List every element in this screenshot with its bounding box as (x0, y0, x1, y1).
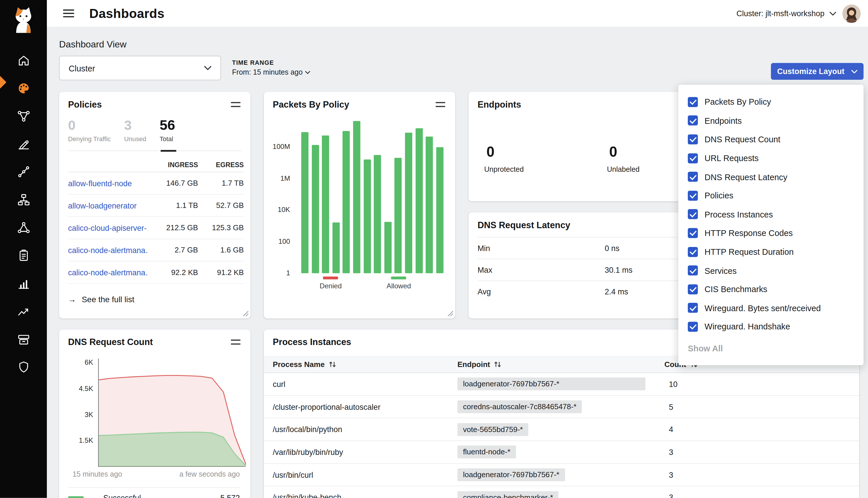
checkbox-icon[interactable] (688, 153, 698, 163)
policy-name-link[interactable]: calico-node-alertmana… (68, 268, 148, 277)
checkbox-icon[interactable] (688, 191, 698, 201)
sidebar-item-service-graph[interactable] (16, 109, 30, 123)
process-count: 10 (655, 380, 677, 389)
policy-name-link[interactable]: calico-cloud-apiserver-… (68, 223, 148, 232)
policies-tab-denying-traffic[interactable]: 0 Denying Traffic (68, 117, 111, 151)
stat-value: 0 (487, 143, 524, 161)
sidebar-item-dashboards[interactable] (16, 81, 30, 95)
policy-egress-value: 125.3 GB (198, 224, 244, 232)
y-axis-tick-label: 1 (286, 268, 290, 278)
sidebar-item-home[interactable] (16, 53, 30, 67)
drag-handle-icon[interactable] (231, 102, 241, 107)
checkbox-icon[interactable] (688, 322, 698, 332)
customize-menu-item[interactable]: Packets By Policy (678, 93, 863, 112)
legend-item-allowed[interactable]: Allowed (387, 276, 411, 290)
customize-menu-items: Packets By PolicyEndpointsDNS Request Co… (678, 93, 863, 336)
customize-menu-item[interactable]: DNS Request Latency (678, 168, 863, 186)
dns-legend-row-successful[interactable]: Successful 5,572 (68, 487, 240, 498)
stat-value: 56 (160, 118, 175, 133)
customize-menu-item[interactable]: URL Requests (678, 149, 863, 168)
checkbox-icon[interactable] (688, 97, 698, 107)
customize-menu-item[interactable]: HTTP Response Codes (678, 224, 863, 243)
latency-label: Avg (477, 287, 491, 296)
column-header-endpoint[interactable]: Endpoint (457, 360, 655, 368)
resize-handle-icon[interactable] (243, 311, 249, 317)
packets-by-policy-card: Packets By Policy 100M1M10K1001 Denied A… (264, 92, 455, 318)
cluster-selector[interactable]: Cluster: jlt-msft-workshop (736, 9, 836, 18)
menu-toggle-button[interactable] (63, 9, 74, 18)
policy-row: allow-fluentd-node146.7 GB1.7 TB (68, 172, 244, 195)
dashboard-view-select[interactable]: Cluster (59, 56, 221, 80)
process-count: 5 (655, 402, 673, 411)
customize-menu-item[interactable]: CIS Benchmarks (678, 280, 863, 299)
stat-value: 3 (124, 118, 146, 133)
stat-value: 0 (609, 143, 639, 161)
customize-menu-item[interactable]: HTTP Request Duration (678, 243, 863, 261)
y-axis-tick-label: 4.5K (79, 384, 93, 393)
home-icon (16, 53, 30, 67)
endpoints-unprotected-stat[interactable]: 0 Unprotected (484, 143, 524, 173)
endpoint-chip[interactable]: loadgenerator-7697bb7567-* (457, 378, 646, 390)
endpoint-chip[interactable]: loadgenerator-7697bb7567-* (457, 469, 565, 481)
sidebar-item-compliance[interactable] (16, 249, 30, 263)
drag-handle-icon[interactable] (436, 102, 445, 107)
sidebar-item-policies[interactable] (16, 137, 30, 151)
customize-menu-item[interactable]: Process Instances (678, 205, 863, 224)
policy-name-link[interactable]: calico-node-alertmana… (68, 246, 148, 254)
process-name: /cluster-proportional-autoscaler (264, 402, 457, 411)
sidebar-item-timeline[interactable] (16, 304, 30, 318)
policy-name-link[interactable]: allow-fluentd-node (68, 179, 148, 188)
show-all-link[interactable]: Show All (678, 336, 863, 353)
packets-bar (322, 135, 329, 273)
sidebar-item-activity[interactable] (16, 276, 30, 290)
customize-menu-item[interactable]: Wireguard. Bytes sent/received (678, 299, 863, 317)
customize-menu-item[interactable]: Endpoints (678, 112, 863, 130)
endpoint-chip[interactable]: compliance-benchmarker-* (457, 491, 559, 498)
time-range-control[interactable]: TIME RANGE From: 15 minutes ago (232, 59, 310, 76)
policies-tab-unused[interactable]: 3 Unused (124, 117, 146, 151)
policy-ingress-value: 92.2 KB (148, 268, 198, 276)
process-row: /usr/bin/curlloadgenerator-7697bb7567-*3 (264, 464, 859, 486)
customize-menu-item[interactable]: Policies (678, 186, 863, 205)
column-header-label: Endpoint (457, 360, 490, 368)
sidebar-item-clusters[interactable] (16, 221, 30, 235)
sidebar-item-threat-defense[interactable] (16, 361, 30, 374)
customize-menu-item[interactable]: Wireguard. Handshake (678, 317, 863, 336)
sidebar-item-image-assurance[interactable] (16, 332, 30, 346)
process-table-body: curlloadgenerator-7697bb7567-*10/cluster… (264, 373, 859, 498)
see-full-list-link[interactable]: → See the full list (68, 295, 134, 304)
dashboards-palette-icon (16, 81, 30, 95)
policies-tab-total[interactable]: 56 Total (160, 117, 175, 151)
checkbox-icon[interactable] (688, 265, 698, 276)
column-header-process-name[interactable]: Process Name (264, 360, 457, 368)
sort-icon (494, 361, 502, 368)
endpoint-chip[interactable]: fluentd-node-* (457, 446, 516, 458)
customize-layout-button[interactable]: Customize Layout (771, 63, 864, 80)
checkbox-icon[interactable] (688, 116, 698, 126)
checkbox-icon[interactable] (688, 284, 698, 294)
resize-handle-icon[interactable] (447, 311, 453, 317)
legend-item-denied[interactable]: Denied (320, 276, 342, 290)
chevron-down-icon (204, 66, 211, 70)
endpoint-cell: vote-5655bd759-* (457, 423, 655, 436)
checkbox-icon[interactable] (688, 209, 698, 220)
checkbox-icon[interactable] (688, 303, 698, 313)
policy-name-link[interactable]: allow-loadgenerator (68, 201, 148, 210)
endpoints-unlabeled-stat[interactable]: 0 Unlabeled (607, 143, 640, 173)
latency-label: Max (477, 265, 492, 274)
sidebar-item-network-sets[interactable] (16, 193, 30, 207)
customize-menu-item[interactable]: Services (678, 261, 863, 280)
checkbox-icon[interactable] (688, 228, 698, 238)
user-avatar[interactable] (842, 4, 861, 23)
checkbox-icon[interactable] (688, 172, 698, 182)
checkbox-icon[interactable] (688, 247, 698, 257)
latency-label: Min (477, 244, 490, 253)
endpoint-chip[interactable]: coredns-autoscaler-7c88465478-* (457, 400, 582, 413)
sidebar-item-endpoints[interactable] (16, 165, 30, 179)
customize-menu-item[interactable]: DNS Request Count (678, 130, 863, 149)
endpoint-chip[interactable]: vote-5655bd759-* (457, 423, 529, 436)
calico-logo[interactable] (11, 5, 37, 35)
drag-handle-icon[interactable] (231, 340, 241, 344)
process-row: curlloadgenerator-7697bb7567-*10 (264, 373, 859, 396)
checkbox-icon[interactable] (688, 134, 698, 145)
